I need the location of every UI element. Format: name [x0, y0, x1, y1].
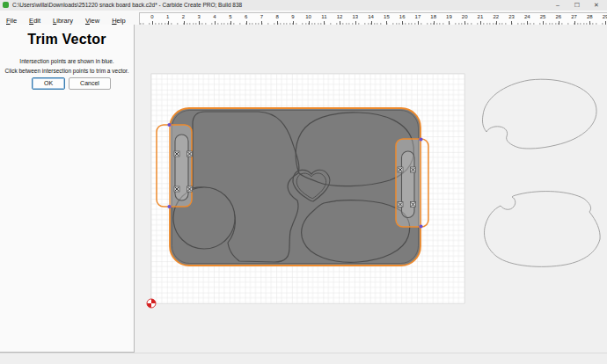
ruler-tick-label: 10	[305, 14, 311, 19]
ruler-tick-label: 13	[353, 14, 359, 19]
minimize-icon[interactable]: –	[552, 0, 563, 11]
ruler-tick-label: 4	[213, 14, 216, 19]
instruction-line-2: Click between intersection points to tri…	[0, 68, 134, 74]
ruler-tick-label: 2	[182, 14, 185, 19]
ruler-tick-label: 21	[478, 14, 484, 19]
design-canvas[interactable]	[135, 25, 607, 353]
ruler-tick-label: 27	[571, 14, 577, 19]
ruler-tick-label: 25	[540, 14, 546, 19]
ruler-tick-label: 15	[384, 14, 390, 19]
ruler-tick-label: 18	[430, 14, 436, 19]
ruler-tick-label: 6	[245, 14, 247, 19]
menu-view[interactable]: View	[79, 15, 106, 25]
ruler-tick-label: 3	[198, 14, 201, 19]
origin-marker	[147, 299, 156, 308]
ruler-tick-label: 19	[446, 14, 452, 19]
ruler-tick-label: 16	[399, 14, 406, 19]
menu-file[interactable]: File	[0, 15, 23, 25]
ruler-tick-label: 0	[150, 14, 153, 19]
ruler-tick-label: 29	[603, 14, 607, 19]
cancel-button[interactable]: Cancel	[69, 77, 111, 90]
window-controls: – ☐ ✕	[552, 0, 605, 11]
ruler-tick-label: 12	[337, 14, 343, 19]
ruler-tick-label: 9	[291, 14, 294, 19]
canvas-svg[interactable]	[135, 25, 607, 353]
ruler-tick-label: 11	[321, 14, 326, 19]
ruler-tick-label: 5	[229, 14, 231, 19]
ruler-tick-label: 7	[260, 14, 263, 19]
window-title: C:\Users\willa\Downloads\251220 snack bo…	[12, 2, 242, 8]
menu-help[interactable]: Help	[106, 15, 131, 25]
ruler-tick-label: 20	[462, 14, 468, 19]
ruler-tick-label: 22	[493, 14, 499, 19]
app-icon	[3, 2, 9, 8]
intersection-point[interactable]	[167, 205, 171, 208]
outside-shape-bottom[interactable]	[485, 192, 601, 267]
ruler-tick-label: 8	[275, 14, 278, 19]
outside-shape-top[interactable]	[482, 79, 596, 149]
ruler-tick-label: 28	[587, 14, 593, 19]
ruler-horizontal: 0123456789101112131415161718192021222324…	[139, 12, 607, 25]
menu-library[interactable]: Library	[47, 15, 79, 25]
ruler-tick-label: 26	[555, 14, 561, 19]
ruler-tick-label: 24	[524, 14, 530, 19]
ok-button[interactable]: OK	[32, 77, 65, 90]
instruction-line-1: Intersection points are shown in blue.	[0, 58, 134, 64]
intersection-point[interactable]	[419, 137, 422, 141]
menu-edit[interactable]: Edit	[23, 15, 47, 25]
status-bar	[0, 353, 607, 364]
handle-right-slot	[402, 151, 415, 218]
ruler-tick-label: 1	[166, 14, 169, 19]
ruler-tick-label: 17	[415, 14, 421, 19]
ruler-tick-label: 23	[508, 14, 515, 19]
maximize-icon[interactable]: ☐	[572, 0, 582, 11]
intersection-point[interactable]	[167, 123, 171, 127]
panel-title: Trim Vector	[0, 32, 134, 47]
close-icon[interactable]: ✕	[591, 0, 602, 11]
ruler-tick-label: 14	[368, 14, 374, 19]
trim-vector-panel: Trim Vector Intersection points are show…	[0, 25, 135, 353]
intersection-point[interactable]	[419, 224, 422, 228]
